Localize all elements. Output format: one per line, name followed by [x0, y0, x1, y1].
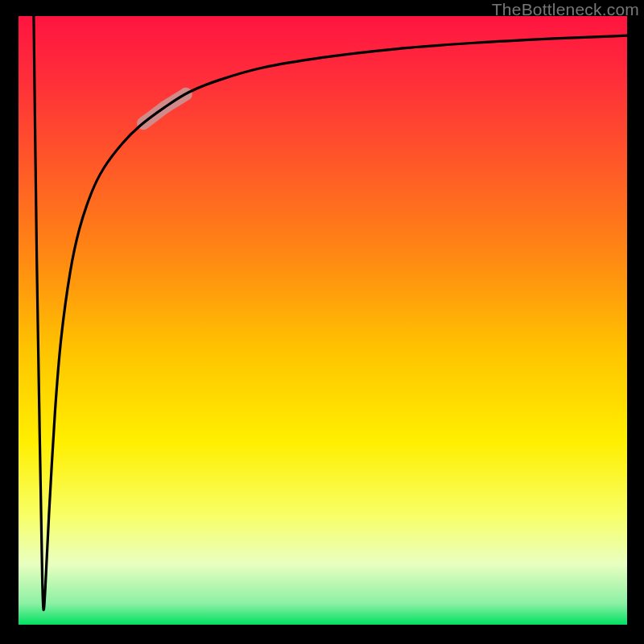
plot-area: [19, 16, 627, 625]
bottleneck-curve: [34, 16, 627, 610]
curve-layer: [19, 16, 627, 625]
watermark-text: TheBottleneck.com: [492, 0, 639, 19]
chart-root: TheBottleneck.com: [0, 0, 644, 644]
